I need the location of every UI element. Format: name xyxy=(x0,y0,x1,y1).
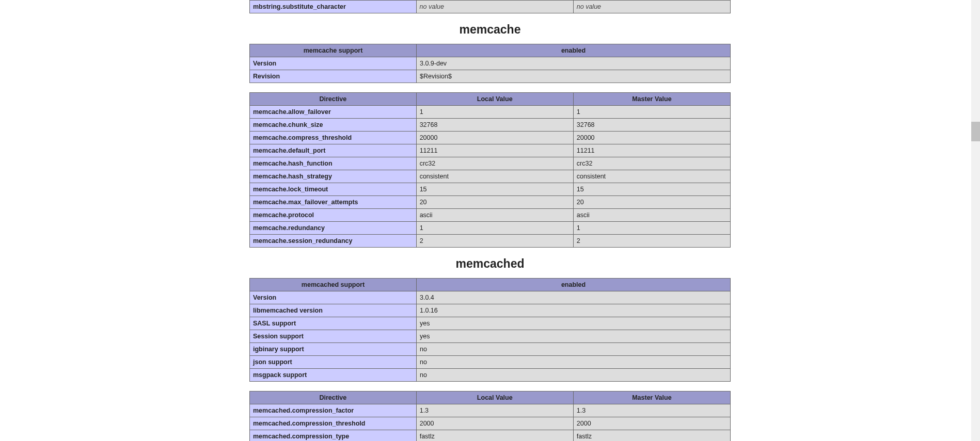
table-row: memcache.compress_threshold2000020000 xyxy=(250,132,731,144)
master-value: 20 xyxy=(573,196,730,209)
scrollbar-track[interactable] xyxy=(971,0,980,441)
table-row: SASL supportyes xyxy=(250,317,731,330)
table-row: memcache.max_failover_attempts2020 xyxy=(250,196,731,209)
support-value: $Revision$ xyxy=(417,70,731,83)
table-row: json supportno xyxy=(250,356,731,369)
scrollbar-thumb[interactable] xyxy=(971,122,980,141)
section-title-memcache: memcache xyxy=(249,23,731,37)
table-row: libmemcached version1.0.16 xyxy=(250,304,731,317)
directive-name: memcached.compression_type xyxy=(250,430,417,442)
directive-name: memcache.protocol xyxy=(250,209,417,222)
master-value: no value xyxy=(573,1,730,13)
directive-name: memcache.redundancy xyxy=(250,222,417,235)
table-row: memcached.compression_threshold20002000 xyxy=(250,417,731,430)
master-value: 15 xyxy=(573,183,730,196)
master-value: 32768 xyxy=(573,119,730,132)
col-directive: Directive xyxy=(250,391,417,404)
support-key: msgpack support xyxy=(250,369,417,382)
master-value: 2 xyxy=(573,235,730,248)
directive-name: memcache.compress_threshold xyxy=(250,132,417,144)
memcached-support-table: memcached support enabled Version3.0.4 l… xyxy=(249,278,731,382)
support-header-left: memcache support xyxy=(250,44,417,57)
support-key: Session support xyxy=(250,330,417,343)
table-row: mbstring.substitute_character no value n… xyxy=(250,1,731,13)
phpinfo-page: mbstring.substitute_character no value n… xyxy=(249,0,731,441)
table-row: memcache.default_port1121111211 xyxy=(250,144,731,157)
master-value: 20000 xyxy=(573,132,730,144)
col-directive: Directive xyxy=(250,93,417,106)
table-row: msgpack supportno xyxy=(250,369,731,382)
col-local: Local Value xyxy=(416,391,573,404)
directive-name: memcached.compression_threshold xyxy=(250,417,417,430)
table-header-row: memcache support enabled xyxy=(250,44,731,57)
directive-name: memcached.compression_factor xyxy=(250,404,417,417)
table-row: memcache.allow_failover11 xyxy=(250,106,731,119)
directive-name: memcache.chunk_size xyxy=(250,119,417,132)
table-row: igbinary supportno xyxy=(250,343,731,356)
local-value: 1 xyxy=(416,106,573,119)
table-row: Session supportyes xyxy=(250,330,731,343)
master-value: ascii xyxy=(573,209,730,222)
table-row: memcache.hash_strategyconsistentconsiste… xyxy=(250,170,731,183)
local-value: crc32 xyxy=(416,157,573,170)
local-value: ascii xyxy=(416,209,573,222)
table-row: Version 3.0.9-dev xyxy=(250,57,731,70)
support-header-right: enabled xyxy=(417,279,731,291)
table-row: Revision $Revision$ xyxy=(250,70,731,83)
local-value: 2000 xyxy=(416,417,573,430)
section-title-memcached: memcached xyxy=(249,257,731,271)
support-key: igbinary support xyxy=(250,343,417,356)
local-value: 2 xyxy=(416,235,573,248)
local-value: 11211 xyxy=(416,144,573,157)
directive-name: memcache.allow_failover xyxy=(250,106,417,119)
support-value: no xyxy=(417,356,731,369)
local-value: fastlz xyxy=(416,430,573,442)
table-row: memcache.hash_functioncrc32crc32 xyxy=(250,157,731,170)
memcache-support-table: memcache support enabled Version 3.0.9-d… xyxy=(249,44,731,83)
support-key: SASL support xyxy=(250,317,417,330)
master-value: 11211 xyxy=(573,144,730,157)
support-header-left: memcached support xyxy=(250,279,417,291)
memcache-directives-table: Directive Local Value Master Value memca… xyxy=(249,92,731,248)
support-key: Version xyxy=(250,291,417,304)
table-header-row: Directive Local Value Master Value xyxy=(250,391,731,404)
table-row: memcache.chunk_size3276832768 xyxy=(250,119,731,132)
table-row: memcached.compression_factor1.31.3 xyxy=(250,404,731,417)
support-value: 3.0.4 xyxy=(417,291,731,304)
support-header-right: enabled xyxy=(417,44,731,57)
master-value: 1.3 xyxy=(573,404,730,417)
master-value: 2000 xyxy=(573,417,730,430)
local-value: 32768 xyxy=(416,119,573,132)
local-value: 1.3 xyxy=(416,404,573,417)
directive-name: memcache.hash_function xyxy=(250,157,417,170)
directive-name: memcache.hash_strategy xyxy=(250,170,417,183)
table-header-row: memcached support enabled xyxy=(250,279,731,291)
master-value: consistent xyxy=(573,170,730,183)
support-value: no xyxy=(417,369,731,382)
directive-name: memcache.max_failover_attempts xyxy=(250,196,417,209)
table-row: Version3.0.4 xyxy=(250,291,731,304)
support-key: Version xyxy=(250,57,417,70)
support-key: Revision xyxy=(250,70,417,83)
local-value: 20 xyxy=(416,196,573,209)
table-row: memcached.compression_typefastlzfastlz xyxy=(250,430,731,442)
local-value: 1 xyxy=(416,222,573,235)
local-value: 15 xyxy=(416,183,573,196)
support-value: no xyxy=(417,343,731,356)
table-row: memcache.lock_timeout1515 xyxy=(250,183,731,196)
support-value: yes xyxy=(417,317,731,330)
col-master: Master Value xyxy=(573,391,730,404)
support-value: yes xyxy=(417,330,731,343)
master-value: fastlz xyxy=(573,430,730,442)
local-value: 20000 xyxy=(416,132,573,144)
master-value: 1 xyxy=(573,106,730,119)
support-key: libmemcached version xyxy=(250,304,417,317)
directive-name: memcache.session_redundancy xyxy=(250,235,417,248)
directive-name: mbstring.substitute_character xyxy=(250,1,417,13)
support-value: 1.0.16 xyxy=(417,304,731,317)
support-key: json support xyxy=(250,356,417,369)
local-value: no value xyxy=(416,1,573,13)
memcached-directives-table: Directive Local Value Master Value memca… xyxy=(249,391,731,441)
directive-name: memcache.lock_timeout xyxy=(250,183,417,196)
local-value: consistent xyxy=(416,170,573,183)
